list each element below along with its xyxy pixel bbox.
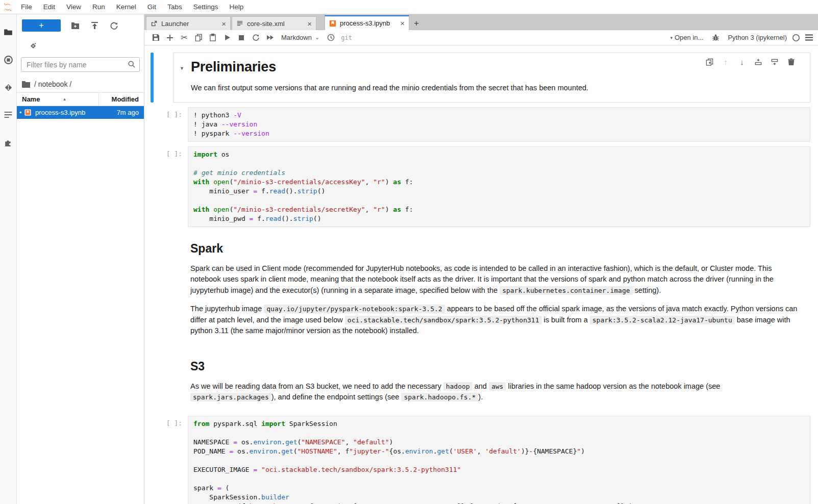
notebook-panel: ▼PreliminariesWe can first output some v…: [144, 45, 818, 504]
cell-type-dropdown[interactable]: Markdown ⌄: [277, 34, 324, 41]
file-browser-toolbar: +: [17, 14, 144, 35]
menu-item-view[interactable]: View: [61, 0, 87, 14]
tab-label: Launcher: [161, 20, 218, 28]
column-modified[interactable]: Modified: [99, 93, 144, 106]
file-browser-tab-folder-icon[interactable]: [0, 21, 17, 43]
extensions-icon[interactable]: [0, 132, 17, 153]
notebook-file-icon: [24, 109, 32, 116]
code-editor[interactable]: import os # get minio credentialswith op…: [188, 146, 810, 227]
inline-code: spark:3.5.2-scala2.12-java17-ubuntu: [590, 316, 735, 324]
cell-prompt: [ ]:: [154, 419, 182, 427]
kernel-name-button[interactable]: Python 3 (ipykernel): [728, 34, 787, 41]
bug-icon[interactable]: [708, 32, 723, 44]
markdown-heading: Spark: [190, 242, 802, 256]
column-name[interactable]: Name ▲: [17, 93, 99, 106]
file-row-process-s3[interactable]: • process-s3.ipynb 7m ago: [17, 106, 144, 119]
move-cell-down-button[interactable]: ↓: [737, 57, 747, 66]
menu-item-tabs[interactable]: Tabs: [162, 0, 188, 14]
menu-item-file[interactable]: File: [15, 0, 38, 14]
filter-files-input[interactable]: [21, 57, 140, 72]
notebook-cells: ▼PreliminariesWe can first output some v…: [151, 53, 818, 504]
notebook-cell[interactable]: SparkSpark can be used in Client mode (r…: [151, 232, 818, 345]
paste-icon[interactable]: [206, 32, 220, 44]
close-icon[interactable]: ×: [221, 20, 226, 28]
code-editor[interactable]: ! python3 -V! java --version! pyspark --…: [188, 107, 810, 142]
cell-prompt: [ ]:: [154, 150, 182, 158]
markdown-heading: S3: [190, 360, 802, 373]
run-all-icon[interactable]: [263, 32, 277, 44]
hamburger-icon[interactable]: [805, 34, 813, 41]
inline-code: spark.jars.packages: [190, 393, 271, 401]
markdown-cell-content[interactable]: SparkSpark can be used in Client mode (r…: [173, 232, 810, 345]
markdown-paragraph: The jupyterhub image quay.io/jupyter/pys…: [190, 304, 802, 337]
delete-cell-button[interactable]: [786, 57, 796, 66]
menu-item-git[interactable]: Git: [142, 0, 162, 14]
notebook-toolbar: ✂ Markdown ⌄: [144, 30, 818, 45]
left-sidebar-rail: [0, 14, 17, 504]
inline-code: oci.stackable.tech/sandbox/spark:3.5.2-p…: [345, 316, 542, 324]
notebook-cell[interactable]: [ ]:from pyspark.sql import SparkSession…: [151, 416, 818, 504]
tab-launcher[interactable]: Launcher ×: [146, 16, 231, 30]
git-clone-icon[interactable]: [17, 35, 144, 52]
insert-cell-above-button[interactable]: [754, 57, 763, 66]
markdown-cell-content[interactable]: S3As we will be reading data from an S3 …: [173, 349, 810, 411]
copy-icon[interactable]: [191, 32, 206, 44]
inline-code: quay.io/jupyter/pyspark-notebook:spark-3…: [264, 305, 444, 313]
notebook-cell[interactable]: [ ]:! python3 -V! java --version! pyspar…: [151, 107, 818, 142]
code-editor[interactable]: from pyspark.sql import SparkSession NAM…: [188, 416, 810, 504]
menu-item-settings[interactable]: Settings: [188, 0, 224, 14]
insert-cell-below-button[interactable]: [770, 57, 779, 66]
open-in-dropdown[interactable]: ▾ Open in...: [670, 34, 703, 41]
tab-process-s3-ipynb[interactable]: process-s3.ipynb ×: [325, 15, 409, 30]
recent-history-icon[interactable]: [324, 32, 338, 44]
new-launcher-button[interactable]: +: [22, 19, 61, 32]
running-kernels-icon[interactable]: [0, 49, 17, 70]
menu-item-edit[interactable]: Edit: [38, 0, 61, 14]
notebook-cell[interactable]: [ ]:import os # get minio credentialswit…: [151, 146, 818, 227]
tab-core-site-xml[interactable]: core-site.xml ×: [232, 16, 316, 30]
chevron-down-icon: ⌄: [315, 34, 319, 41]
new-tab-button[interactable]: +: [409, 16, 424, 30]
caret-down-icon: ▾: [670, 35, 673, 40]
folder-icon: [22, 81, 30, 88]
run-icon[interactable]: [220, 32, 234, 44]
git-toolbar-label: git: [338, 34, 355, 41]
inline-code: spark.kubernetes.container.image: [500, 286, 632, 295]
menu-item-kernel[interactable]: Kernel: [111, 0, 142, 14]
breadcrumb[interactable]: / notebook /: [17, 76, 144, 92]
kernel-idle-circle-icon[interactable]: [792, 34, 800, 42]
menu-item-help[interactable]: Help: [224, 0, 249, 14]
menu-bar: FileEditViewRunKernelGitTabsSettingsHelp: [0, 0, 818, 14]
file-list-header: Name ▲ Modified: [17, 92, 144, 106]
notebook-cell[interactable]: S3As we will be reading data from an S3 …: [151, 349, 818, 411]
stop-icon[interactable]: [234, 32, 249, 44]
markdown-paragraph: Spark can be used in Client mode (recomm…: [190, 263, 802, 296]
menu-item-run[interactable]: Run: [87, 0, 111, 14]
duplicate-cell-button[interactable]: [705, 57, 714, 66]
move-cell-up-button: ↑: [721, 57, 730, 66]
file-name: process-s3.ipynb: [35, 109, 85, 116]
cut-icon[interactable]: ✂: [177, 32, 191, 44]
save-icon[interactable]: [148, 32, 163, 44]
collapse-heading-icon[interactable]: ▼: [180, 66, 184, 71]
new-folder-icon[interactable]: [70, 20, 80, 31]
unsaved-dot: •: [17, 109, 24, 116]
markdown-paragraph: As we will be reading data from an S3 bu…: [190, 381, 802, 403]
git-icon[interactable]: [0, 77, 17, 98]
sort-ascending-icon: ▲: [62, 97, 66, 102]
inline-code: aws: [489, 382, 506, 391]
close-icon[interactable]: ×: [307, 20, 312, 28]
text-file-icon: [236, 20, 243, 27]
restart-kernel-icon[interactable]: [249, 32, 263, 44]
refresh-icon[interactable]: [109, 20, 119, 31]
table-of-contents-icon[interactable]: [0, 104, 17, 125]
markdown-cell-content[interactable]: ▼PreliminariesWe can first output some v…: [173, 53, 810, 103]
notebook-cell[interactable]: ▼PreliminariesWe can first output some v…: [151, 53, 818, 103]
file-modified: 7m ago: [101, 109, 144, 116]
close-icon[interactable]: ×: [400, 19, 405, 27]
upload-icon[interactable]: [89, 20, 100, 31]
add-cell-icon[interactable]: [163, 32, 177, 44]
tab-label: process-s3.ipynb: [340, 19, 396, 27]
inline-code: spark.hadoopo.fs.*: [401, 393, 478, 401]
tab-label: core-site.xml: [247, 20, 304, 28]
